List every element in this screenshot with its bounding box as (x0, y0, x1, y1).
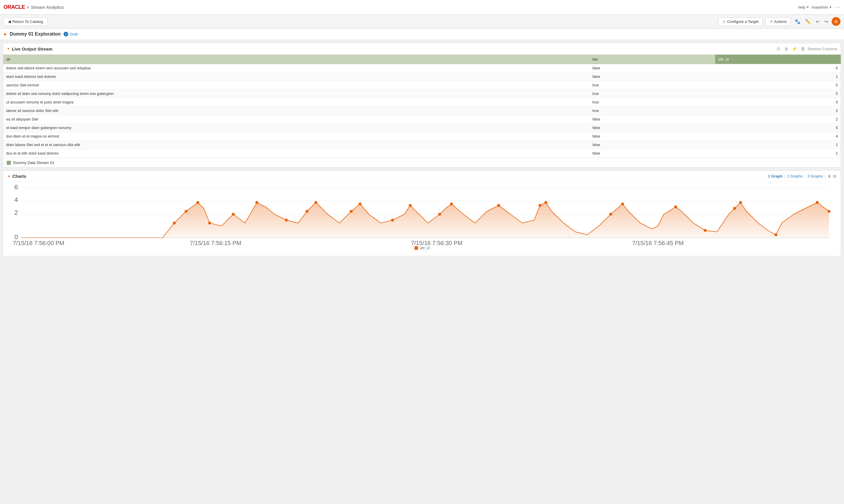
redo-icon-button[interactable]: ↪ (823, 18, 829, 25)
cell-str: ut accusam nonumy et justo amet magna (3, 98, 589, 107)
table-row: ut accusam nonumy et justo amet magna tr… (3, 98, 841, 107)
svg-point-31 (739, 201, 742, 204)
svg-text:2: 2 (14, 209, 18, 216)
col-header-attr-id: attr_id (715, 55, 841, 64)
cell-str: duo et et elitr dolor kasd dolores (3, 149, 589, 158)
logo: ORACLE ® Stream Analytics (3, 4, 64, 10)
table-row: duo diam et et magna no eirmod false 4 (3, 132, 841, 141)
cell-attr-id: 5 (715, 64, 841, 73)
cell-bar: false (589, 115, 715, 124)
cell-str: et kasd tempor diam gubergren nonumy (3, 124, 589, 132)
header-dots[interactable]: ··· (834, 4, 841, 10)
user-dropdown-arrow: ▼ (829, 5, 832, 9)
cell-str: dolore sit diam sea nonumy dolor sadipsc… (3, 90, 589, 98)
paw-icon-button[interactable]: 🐾 (793, 18, 802, 25)
cell-str: diam labore Stet sed et et et sanctus cl… (3, 141, 589, 149)
cell-bar: true (589, 98, 715, 107)
svg-point-8 (173, 221, 176, 224)
columns-icon-button[interactable]: ⊞ (800, 46, 806, 52)
cell-bar: false (589, 124, 715, 132)
header-right: help ▼ osaadmin ▼ ··· (798, 4, 841, 10)
svg-point-30 (733, 207, 736, 210)
user-avatar[interactable]: O (832, 17, 841, 26)
app-name: Stream Analytics (31, 5, 64, 10)
svg-text:7/15/16 7:56:00 PM: 7/15/16 7:56:00 PM (13, 240, 65, 246)
cell-str: labore sit sanctus dolor Stet elitr (3, 107, 589, 115)
svg-point-23 (497, 204, 500, 207)
undo-icon-button[interactable]: ↩ (814, 18, 821, 25)
table-row: sanctus Stet eirmod true 5 (3, 81, 841, 90)
cell-bar: true (589, 107, 715, 115)
configure-target-button[interactable]: ⊙ Configure a Target (718, 17, 763, 26)
restore-columns-link[interactable]: Restore Columns (808, 47, 837, 51)
chart-settings-icon-button[interactable]: ⚙ (833, 174, 837, 179)
svg-text:7/15/16 7:56:30 PM: 7/15/16 7:56:30 PM (411, 240, 463, 246)
svg-point-15 (306, 210, 309, 213)
pause-icon-button[interactable]: ⏸ (783, 46, 789, 52)
svg-text:4: 4 (14, 196, 18, 203)
svg-point-33 (816, 201, 819, 204)
filter-icon-button[interactable]: ⚡ (791, 46, 798, 52)
one-graph-link[interactable]: 1 Graph (768, 174, 782, 178)
cell-attr-id: 5 (715, 81, 841, 90)
toolbar: ◀ Return To Catalog ⊙ Configure a Target… (0, 15, 844, 29)
svg-text:7/15/16 7:56:45 PM: 7/15/16 7:56:45 PM (632, 240, 684, 246)
configure-icon: ⊙ (723, 19, 726, 24)
table-row: ea sit aliquyam Stet false 2 (3, 115, 841, 124)
table-row: diam kasd dolores sed dolores false 1 (3, 73, 841, 81)
toolbar-right: ⊙ Configure a Target ↗ Actions 🐾 ✏️ ↩ ↪ … (718, 17, 841, 26)
live-output-stream-section: ▼ Live Output Stream ⊙ ⏸ ⚡ ⊞ Restore Col… (3, 43, 841, 167)
live-stream-table: str bar attr_id dolore sed labore lorem … (3, 55, 841, 158)
cell-bar: false (589, 73, 715, 81)
cell-attr-id: 1 (715, 141, 841, 149)
chart-area: 6 4 2 0 (3, 182, 841, 256)
table-row: duo et et elitr dolor kasd dolores false… (3, 149, 841, 158)
cell-attr-id: 1 (715, 149, 841, 158)
table-row: labore sit sanctus dolor Stet elitr true… (3, 107, 841, 115)
draft-badge: ✓ Draft (64, 32, 77, 36)
cell-str: sanctus Stet eirmod (3, 81, 589, 90)
svg-point-34 (828, 210, 830, 213)
svg-text:7/15/16 7:56:15 PM: 7/15/16 7:56:15 PM (190, 240, 241, 246)
col-header-bar: bar (589, 55, 715, 64)
table-row: dolore sit diam sea nonumy dolor sadipsc… (3, 90, 841, 98)
help-link[interactable]: help ▼ (798, 5, 809, 10)
charts-collapse-arrow[interactable]: ▼ (7, 175, 11, 178)
three-graphs-link[interactable]: 3 Graphs (807, 174, 823, 178)
charts-title: ▼ Charts (7, 174, 26, 179)
cell-attr-id: 2 (715, 107, 841, 115)
cell-attr-id: 1 (715, 73, 841, 81)
cell-attr-id: 4 (715, 132, 841, 141)
cell-bar: false (589, 64, 715, 73)
svg-point-29 (704, 229, 707, 232)
edit-icon-button[interactable]: ✏️ (804, 18, 812, 25)
main-content: ▼ Live Output Stream ⊙ ⏸ ⚡ ⊞ Restore Col… (0, 40, 844, 259)
chart-download-icon-button[interactable]: ⬇ (828, 174, 831, 179)
help-dropdown-arrow: ▼ (806, 5, 809, 9)
cell-str: duo diam et et magna no eirmod (3, 132, 589, 141)
clock-icon-button[interactable]: ⊙ (776, 46, 781, 52)
cell-bar: false (589, 132, 715, 141)
live-stream-controls: ⊙ ⏸ ⚡ ⊞ Restore Columns (776, 46, 837, 52)
live-stream-collapse-arrow[interactable]: ▼ (7, 47, 10, 51)
svg-point-27 (621, 202, 624, 205)
user-menu[interactable]: osaadmin ▼ (812, 5, 832, 10)
svg-point-32 (774, 233, 777, 236)
cell-attr-id: 2 (715, 115, 841, 124)
cell-bar: false (589, 141, 715, 149)
svg-point-12 (232, 213, 235, 216)
stream-label: Dummy Data Stream 01 (3, 158, 841, 167)
cell-attr-id: 5 (715, 124, 841, 132)
two-graphs-link[interactable]: 2 Graphs (787, 174, 803, 178)
back-arrow-icon: ◀ (8, 19, 11, 24)
svg-point-24 (538, 204, 541, 207)
return-to-catalog-button[interactable]: ◀ Return To Catalog (3, 17, 48, 26)
svg-point-20 (409, 204, 412, 207)
svg-point-19 (391, 219, 394, 221)
charts-section: ▼ Charts 1 Graph | 2 Graphs | 3 Graphs |… (3, 170, 841, 256)
cell-str: diam kasd dolores sed dolores (3, 73, 589, 81)
table-row: dolore sed labore lorem vero accusam sed… (3, 64, 841, 73)
actions-button[interactable]: ↗ Actions (765, 17, 791, 26)
title-collapse-arrow[interactable]: ▶ (4, 32, 7, 36)
draft-circle-icon: ✓ (64, 32, 68, 36)
